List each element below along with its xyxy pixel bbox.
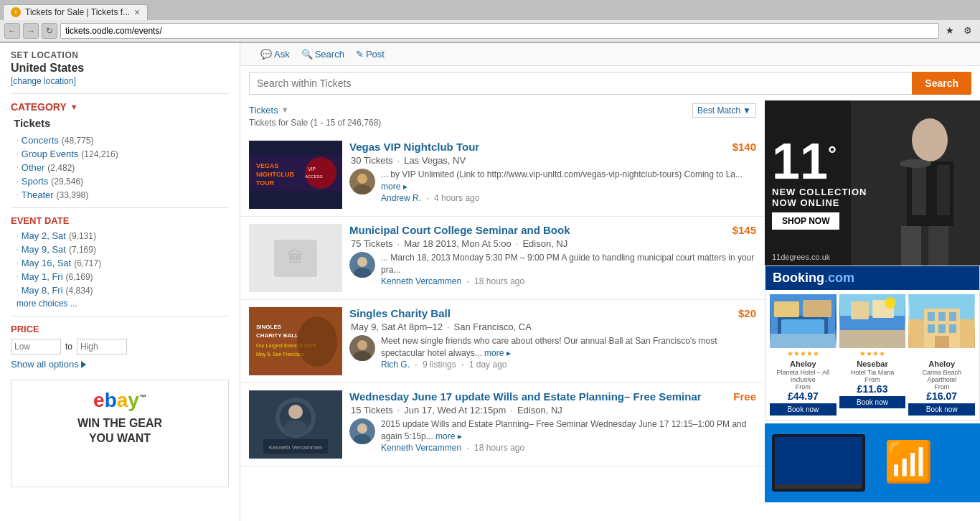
more-link[interactable]: more ▸ [484, 348, 511, 358]
category-link-sports[interactable]: Sports [22, 176, 49, 187]
price-low-input[interactable] [11, 339, 61, 355]
hotel-book-button-3[interactable]: Book now [908, 403, 975, 416]
listing-thumbnail: No Image 🏛 [249, 224, 342, 292]
active-tab[interactable]: T Tickets for Sale | Tickets f... × [3, 4, 148, 20]
sort-dropdown[interactable]: Best Match ▼ [692, 103, 756, 118]
more-link[interactable]: more ▸ [435, 431, 462, 441]
category-item-sports: · Sports (29,546) [11, 176, 229, 187]
svg-text:Kenneth Vercammen: Kenneth Vercammen [269, 444, 323, 451]
seller-name[interactable]: Andrew R. [381, 193, 421, 203]
hotel-book-button-1[interactable]: Book now [770, 403, 837, 416]
star-icon[interactable]: ★ [942, 23, 958, 39]
listing-thumbnail: SINGLES CHARITY BALL Our Largest Event o… [249, 307, 342, 375]
search-action-button[interactable]: 🔍 Search [301, 49, 344, 60]
date-item-2: · May 9, Sat (7,169) [11, 244, 229, 255]
browser-chrome: T Tickets for Sale | Tickets f... × ← → … [0, 0, 980, 43]
seller-name[interactable]: Kenneth Vercammen [381, 443, 461, 453]
listing-thumbnail: VEGAS NIGHTCLUB TOUR VIP ACCESS [249, 141, 342, 209]
post-button[interactable]: ✎ Post [356, 49, 385, 60]
back-button[interactable]: ← [4, 23, 20, 39]
ask-icon: 💬 [260, 49, 272, 60]
svg-rect-63 [938, 312, 946, 321]
more-link[interactable]: more ▸ [381, 182, 407, 192]
seller-name[interactable]: Rich G. [381, 360, 410, 370]
date-link-4[interactable]: May 1, Fri [22, 271, 63, 282]
windows-advertisement: 📶 [765, 423, 980, 502]
refresh-button[interactable]: ↻ [42, 23, 57, 39]
listing-header: Wednesday June 17 update Wills and Estat… [349, 390, 756, 403]
tab-close-button[interactable]: × [134, 6, 140, 18]
listing-desc-row: ... March 18, 2013 Monday 5:30 PM – 9:00… [349, 252, 756, 286]
listing-price: $145 [732, 224, 756, 236]
settings-icon[interactable]: ⚙ [960, 23, 976, 39]
toolbar-right: ★ ⚙ [942, 23, 976, 39]
time-ago: 4 hours ago [434, 193, 479, 203]
category-link-theater[interactable]: Theater [22, 189, 54, 200]
results-area: Tickets ▼ Best Match ▼ Tickets for Sale … [240, 100, 980, 502]
svg-point-5 [305, 157, 336, 189]
listing-price: Free [733, 390, 756, 403]
change-location-link[interactable]: [change location] [11, 76, 229, 86]
hotel-building-image [910, 294, 974, 348]
category-link-other[interactable]: Other [22, 162, 45, 173]
seller-name[interactable]: Kenneth Vercammen [381, 276, 461, 286]
svg-rect-45 [928, 226, 948, 266]
hotel-name-2: Nesebar [839, 359, 906, 369]
municipal-thumbnail-image: No Image 🏛 [249, 224, 342, 292]
forward-button[interactable]: → [23, 23, 39, 39]
date-link-5[interactable]: May 8, Fri [22, 285, 63, 296]
date-count-2: (7,169) [69, 245, 96, 255]
category-header[interactable]: CATEGORY ▼ [11, 101, 229, 113]
listing-header: Municipal Court College Seminar and Book… [349, 224, 756, 236]
search-button[interactable]: Search [912, 72, 971, 95]
hotel-stars-1: ★★★★★ [770, 348, 837, 359]
ebay-letter-e: e [93, 389, 105, 411]
ask-button[interactable]: 💬 Ask [260, 49, 290, 60]
browser-toolbar: ← → ↻ ★ ⚙ [0, 20, 980, 42]
listing-desc-row: ... by VIP Unlimited (Link to http://www… [349, 169, 756, 203]
hotel-book-button-2[interactable]: Book now [839, 396, 906, 408]
shop-now-button[interactable]: SHOP NOW [772, 212, 839, 230]
category-link-concerts[interactable]: Concerts [22, 135, 59, 146]
listing-description: ... March 18, 2013 Monday 5:30 PM – 9:00… [381, 252, 756, 286]
hotel-image-1 [770, 294, 837, 348]
hotel-card-2: ★★★★ Nesebar Hotel Tia Maria From £11.63… [839, 294, 906, 416]
time-ago: 1 day ago [469, 360, 507, 370]
location-name: United States [11, 62, 229, 75]
hotel-sub-1: Planeta Hotel – All Inclusive [770, 369, 837, 383]
listing-header: Singles Charity Ball $20 [349, 307, 756, 319]
listing-meta: 15 Tickets·Jun 17, Wed At 12:15pm·Edison… [349, 405, 756, 416]
listing-title[interactable]: Municipal Court College Seminar and Book [349, 224, 570, 236]
date-link-2[interactable]: May 9, Sat [22, 244, 66, 255]
breadcrumb-tickets-link[interactable]: Tickets [249, 105, 278, 116]
address-bar[interactable] [60, 23, 939, 39]
hotel-image-2 [839, 294, 906, 348]
search-input[interactable] [249, 72, 912, 95]
listing-title[interactable]: Singles Charity Ball [349, 307, 451, 319]
listing-desc-text: ... by VIP Unlimited (Link to http://www… [381, 169, 756, 193]
hotel-card-3: Aheloy Carina Beach Aparthotel From £16.… [908, 294, 975, 416]
event-date-header: EVENT DATE [11, 215, 229, 226]
listing-title[interactable]: Vegas VIP Nightclub Tour [349, 141, 479, 153]
category-item-theater: · Theater (33,398) [11, 189, 229, 200]
listing-title[interactable]: Wednesday June 17 update Wills and Estat… [349, 390, 702, 403]
category-link-groupevents[interactable]: Group Events [22, 149, 79, 159]
show-all-options-link[interactable]: Show all options [11, 359, 229, 370]
listing-body: Wednesday June 17 update Wills and Estat… [349, 390, 756, 459]
main-content: 💬 Ask 🔍 Search ✎ Post Search [240, 43, 980, 521]
listing-item: VEGAS NIGHTCLUB TOUR VIP ACCESS Vegas VI… [240, 133, 765, 217]
seller-avatar [349, 418, 375, 444]
listing-description: 2015 update Wills and Estate Planning– F… [381, 418, 756, 453]
date-link-1[interactable]: May 2, Sat [22, 230, 66, 241]
results-count: Tickets for Sale (1 - 15 of 246,768) [249, 118, 756, 128]
category-arrow-icon: ▼ [70, 103, 78, 111]
svg-point-25 [297, 316, 337, 367]
date-link-3[interactable]: May 16, Sat [22, 258, 71, 268]
ebay-advertisement: ebay™ WIN THE GEAR YOU WANT [11, 380, 229, 487]
svg-rect-65 [928, 324, 935, 333]
search-action-icon: 🔍 [301, 49, 313, 60]
booking-advertisement: Booking.com [765, 266, 980, 421]
more-choices-link[interactable]: more choices ... [11, 299, 229, 309]
category-item-concerts: · Concerts (48,775) [11, 135, 229, 146]
price-high-input[interactable] [77, 339, 127, 355]
